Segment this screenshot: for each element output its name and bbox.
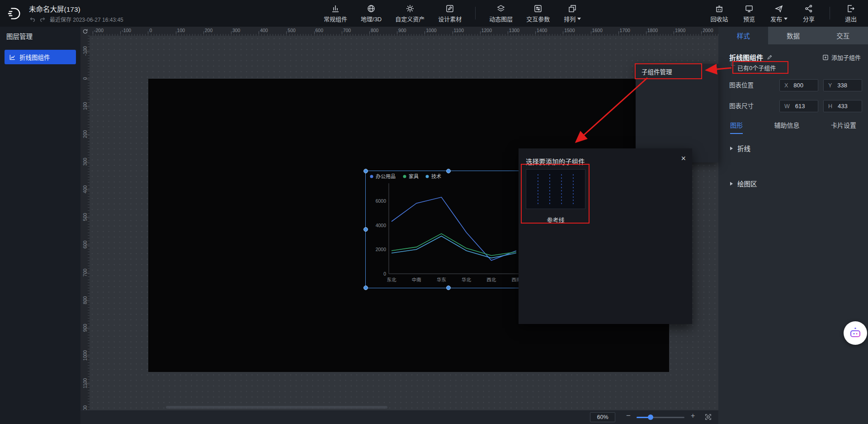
ruler-tick-label: 1800 bbox=[646, 27, 674, 36]
toolbar-dynamic-layers[interactable]: 动态图层 bbox=[489, 3, 513, 23]
assistant-chat-button[interactable] bbox=[844, 321, 867, 345]
app-logo[interactable] bbox=[5, 5, 24, 23]
ruler-tick-label: 900 bbox=[80, 314, 90, 342]
y-position-input[interactable]: Y 338 bbox=[823, 79, 862, 91]
ruler-tick-label: 300 bbox=[80, 148, 90, 176]
vertical-ruler: -100010020030040050060070080090010001100… bbox=[80, 36, 90, 410]
ruler-reset-button[interactable] bbox=[80, 27, 90, 36]
chevron-right-icon bbox=[730, 147, 733, 150]
exit-button[interactable]: 退出 bbox=[842, 3, 860, 23]
toolbar-geo-3d[interactable]: 地理/3D bbox=[361, 3, 382, 23]
toolbar-label: 自定义资产 bbox=[395, 14, 425, 23]
zoom-in-button[interactable]: + bbox=[691, 412, 695, 420]
layer-item-line-chart[interactable]: 折线图组件 bbox=[5, 50, 76, 64]
toolbar-design-materials[interactable]: 设计素材 bbox=[438, 3, 462, 23]
ruler-tick-label: 1700 bbox=[618, 27, 646, 36]
robot-icon bbox=[849, 326, 862, 340]
ruler-tick-label: -200 bbox=[93, 27, 120, 36]
gear-icon bbox=[406, 3, 415, 13]
redo-icon[interactable] bbox=[39, 16, 47, 23]
selection-outline bbox=[365, 171, 532, 288]
action-label: 退出 bbox=[845, 14, 857, 23]
zoom-out-button[interactable]: − bbox=[626, 411, 631, 420]
ruler-tick-label: 1200 bbox=[480, 27, 508, 36]
resize-handle-bottom[interactable] bbox=[446, 286, 451, 290]
resize-handle-bottom-left[interactable] bbox=[363, 286, 368, 290]
fit-to-screen-button[interactable] bbox=[704, 413, 712, 421]
ruler-tick-label: 1100 bbox=[452, 27, 480, 36]
ruler-tick-label: 1400 bbox=[535, 27, 563, 36]
h-value: 433 bbox=[838, 103, 848, 110]
toolbar-label: 地理/3D bbox=[361, 14, 382, 23]
subtab-graphic[interactable]: 图形 bbox=[730, 120, 743, 134]
zoom-slider-track[interactable] bbox=[637, 417, 684, 418]
recycle-bin-icon bbox=[715, 3, 724, 13]
preview-button[interactable]: 预览 bbox=[740, 3, 758, 23]
section-line[interactable]: 折线 bbox=[730, 143, 750, 153]
toolbar-label: 排列 bbox=[564, 14, 576, 23]
y-prefix: Y bbox=[828, 82, 832, 89]
tab-data[interactable]: 数据 bbox=[768, 27, 818, 44]
action-label: 发布 bbox=[770, 14, 782, 23]
resize-handle-top[interactable] bbox=[446, 169, 451, 173]
ruler-tick-label: 1300 bbox=[508, 27, 535, 36]
bottom-bar: 60% − + bbox=[80, 410, 718, 424]
style-subtabs: 图形 辅助信息 卡片设置 bbox=[718, 120, 868, 134]
share-button[interactable]: 分享 bbox=[800, 3, 818, 23]
toolbar-interaction-params[interactable]: 交互参数 bbox=[526, 3, 550, 23]
ruler-tick-label: 0 bbox=[148, 27, 175, 36]
modal-title: 选择要添加的子组件 bbox=[526, 157, 585, 166]
recycle-bin-button[interactable]: 回收站 bbox=[710, 3, 728, 23]
x-prefix: X bbox=[784, 82, 788, 89]
toolbar-common-components[interactable]: 常规组件 bbox=[324, 3, 347, 23]
design-pen-icon bbox=[445, 3, 454, 13]
x-value: 800 bbox=[793, 82, 803, 89]
zoom-input[interactable]: 60% bbox=[590, 412, 615, 422]
menu-item-subcomponent-management[interactable]: 子组件管理 bbox=[636, 64, 718, 79]
ruler-tick-label: 1000 bbox=[425, 27, 452, 36]
section-plot-area[interactable]: 绘图区 bbox=[730, 179, 757, 188]
resize-handle-top-left[interactable] bbox=[363, 169, 368, 173]
tab-interaction[interactable]: 交互 bbox=[818, 27, 868, 44]
horizontal-scrollbar[interactable] bbox=[166, 406, 387, 409]
toolbar-arrange[interactable]: 排列 bbox=[563, 3, 581, 23]
section-label: 绘图区 bbox=[737, 179, 757, 188]
undo-icon[interactable] bbox=[29, 16, 36, 23]
h-prefix: H bbox=[828, 103, 832, 110]
ruler-tick-label: 800 bbox=[80, 286, 90, 314]
zoom-slider-handle[interactable] bbox=[648, 414, 653, 420]
close-icon[interactable]: × bbox=[681, 154, 686, 163]
ruler-tick-label: -100 bbox=[120, 27, 148, 36]
chevron-down-icon bbox=[784, 18, 788, 20]
height-input[interactable]: H 433 bbox=[823, 100, 862, 112]
position-label: 图表位置 bbox=[729, 82, 754, 89]
w-prefix: W bbox=[784, 103, 790, 110]
tree-connector bbox=[731, 59, 735, 66]
width-input[interactable]: W 613 bbox=[779, 100, 818, 112]
resize-handle-left[interactable] bbox=[363, 227, 368, 232]
toolbar-custom-assets[interactable]: 自定义资产 bbox=[395, 3, 425, 23]
ruler-tick-label: 2000 bbox=[701, 27, 718, 36]
layer-panel: 图层管理 折线图组件 bbox=[0, 27, 80, 424]
ruler-tick-label: 900 bbox=[397, 27, 425, 36]
paper-plane-icon bbox=[774, 3, 783, 13]
ruler-tick-label: 800 bbox=[369, 27, 397, 36]
document-title: 未命名大屏(173) bbox=[29, 4, 123, 14]
action-label: 预览 bbox=[743, 14, 755, 23]
tab-style[interactable]: 样式 bbox=[718, 27, 768, 44]
reference-line-thumbnail[interactable] bbox=[526, 169, 585, 209]
ruler-tick-label: 500 bbox=[286, 27, 314, 36]
ruler-tick-label: 1600 bbox=[590, 27, 618, 36]
subtab-card-settings[interactable]: 卡片设置 bbox=[831, 120, 856, 134]
publish-button[interactable]: 发布 bbox=[770, 3, 788, 23]
ruler-tick-label: -100 bbox=[80, 37, 90, 65]
refresh-icon bbox=[82, 29, 88, 34]
x-position-input[interactable]: X 800 bbox=[779, 79, 818, 91]
subcomponent-count: 已有0个子组件 bbox=[737, 63, 776, 72]
layer-panel-title: 图层管理 bbox=[0, 27, 80, 47]
subtab-aux-info[interactable]: 辅助信息 bbox=[774, 120, 800, 134]
edit-pencil-icon[interactable] bbox=[767, 54, 773, 60]
ruler-tick-label: 1500 bbox=[563, 27, 590, 36]
add-subcomponent-button[interactable]: 添加子组件 bbox=[822, 53, 861, 62]
action-label: 回收站 bbox=[710, 14, 728, 23]
